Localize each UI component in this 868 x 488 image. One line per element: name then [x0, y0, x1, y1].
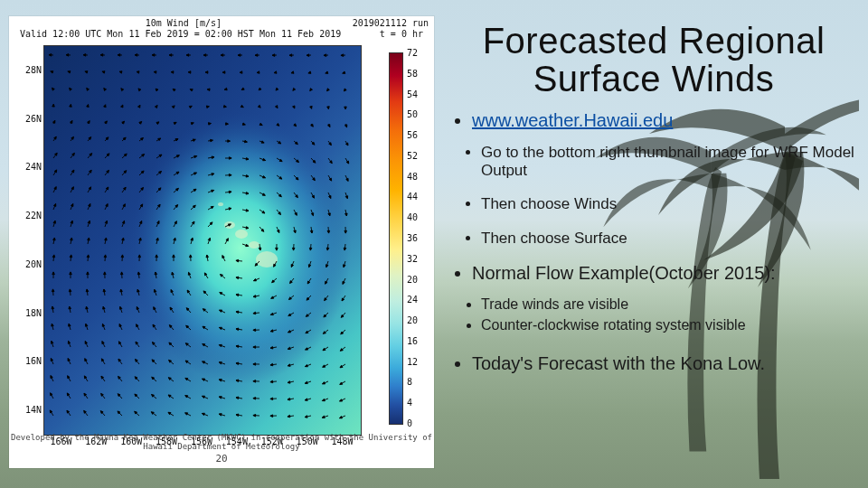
colorbar-tick-label: 8 [407, 377, 429, 387]
slide-title: Forecasted Regional Surface Winds [452, 22, 855, 98]
colorbar-tick-label: 54 [407, 89, 429, 99]
wind-plot-panel: 10m Wind [m/s] 2019021112 run Valid 12:0… [9, 16, 434, 468]
colorbar-tick-label: 0 [407, 418, 429, 428]
weather-link[interactable]: www.weather.Hawaii.edu [472, 110, 673, 130]
sub-bullet-list-1: Go to the bottom right thumbnail image f… [452, 144, 855, 247]
bullet-today: Today's Forecast with the Kona Low. [472, 353, 855, 374]
sub-bullet: Then choose Winds [481, 195, 855, 213]
bullet-list: Today's Forecast with the Kona Low. [452, 353, 855, 374]
sub-bullet: Then choose Surface [481, 230, 855, 248]
wind-field [44, 46, 361, 435]
y-tick-label: 18N [14, 307, 42, 317]
colorbar-tick-label: 48 [407, 171, 429, 181]
colorbar-tick-label: 56 [407, 130, 429, 140]
plot-footer: Developed by the Mauna Kea Weather Cente… [9, 433, 434, 465]
plot-axes [43, 45, 362, 436]
bullet-list: Normal Flow Example(October 2015): [452, 263, 855, 284]
bullet-normal-flow: Normal Flow Example(October 2015): [472, 263, 855, 284]
y-tick-label: 26N [14, 113, 42, 123]
colorbar-tick-label: 40 [407, 212, 429, 222]
svg-point-3 [249, 241, 259, 249]
colorbar-tick-label: 24 [407, 295, 429, 305]
svg-point-2 [235, 230, 248, 239]
colorbar-tick-label: 36 [407, 233, 429, 243]
sub-bullet: Go to the bottom right thumbnail image f… [481, 144, 855, 179]
colorbar-tick-label: 44 [407, 192, 429, 202]
colorbar-tick-label: 72 [407, 48, 429, 58]
colorbar-tick-label: 32 [407, 253, 429, 263]
colorbar [389, 52, 403, 425]
colorbar-tick-label: 16 [407, 335, 429, 345]
plot-credit: Developed by the Mauna Kea Weather Cente… [11, 433, 432, 451]
svg-rect-0 [44, 46, 361, 435]
colorbar-tick-label: 20 [407, 274, 429, 284]
colorbar-tick-label: 4 [407, 398, 429, 408]
colorbar-tick-label: 20 [407, 315, 429, 325]
plot-lead-time: t = 0 hr [380, 29, 423, 39]
y-tick-label: 14N [14, 405, 42, 415]
bullet-list: www.weather.Hawaii.edu [452, 110, 855, 131]
plot-valid-time: Valid 12:00 UTC Mon 11 Feb 2019 = 02:00 … [20, 29, 341, 39]
y-tick-label: 28N [14, 64, 42, 74]
colorbar-tick-label: 52 [407, 150, 429, 160]
y-tick-label: 22N [14, 211, 42, 221]
sub-bullet: Trade winds are visible [481, 296, 855, 313]
plot-header: 10m Wind [m/s] 2019021112 run Valid 12:0… [14, 18, 429, 28]
plot-title: 10m Wind [m/s] [146, 18, 222, 28]
plot-footer-number: 20 [9, 453, 434, 465]
bullet-link: www.weather.Hawaii.edu [472, 110, 855, 131]
sub-bullet-list-2: Trade winds are visible Counter-clockwis… [452, 296, 855, 333]
y-tick-label: 24N [14, 162, 42, 172]
y-tick-label: 16N [14, 356, 42, 366]
plot-run-label: 2019021112 run [353, 18, 429, 28]
colorbar-tick-label: 12 [407, 356, 429, 366]
svg-point-5 [218, 202, 223, 206]
slide-content: Forecasted Regional Surface Winds www.we… [452, 22, 855, 387]
y-tick-label: 20N [14, 258, 42, 268]
slide: 10m Wind [m/s] 2019021112 run Valid 12:0… [0, 0, 868, 488]
colorbar-tick-label: 50 [407, 109, 429, 119]
sub-bullet: Counter-clockwise rotating system visibl… [481, 317, 855, 333]
colorbar-tick-label: 58 [407, 68, 429, 78]
